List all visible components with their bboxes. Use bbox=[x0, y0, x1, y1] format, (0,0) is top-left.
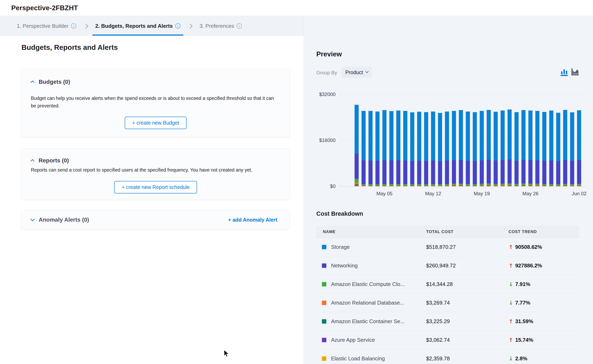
table-header-row: NAME TOTAL COST COST TREND bbox=[316, 226, 579, 238]
cost-trend-value: 90508.62% bbox=[515, 244, 542, 250]
bar-segment bbox=[514, 184, 519, 185]
bar-segment bbox=[424, 112, 428, 161]
group-by-select[interactable]: Product bbox=[342, 67, 372, 78]
collapse-anomaly-icon[interactable] bbox=[31, 218, 34, 221]
bar-segment bbox=[535, 186, 540, 186]
table-row[interactable]: Amazon Elastic Container Se...$3,225.29↑… bbox=[316, 312, 579, 331]
tab-1[interactable]: 1. Perspective Builderi bbox=[17, 23, 76, 29]
stacked-bar bbox=[403, 111, 407, 186]
column-header-total-cost: TOTAL COST bbox=[426, 229, 453, 234]
bar-segment bbox=[542, 186, 546, 186]
info-icon[interactable]: i bbox=[237, 23, 242, 29]
bar-segment bbox=[410, 161, 414, 184]
bar-segment bbox=[556, 161, 560, 184]
stacked-bar bbox=[570, 112, 574, 186]
bar-segment bbox=[452, 111, 456, 160]
info-icon[interactable]: i bbox=[175, 23, 180, 29]
stacked-bar bbox=[480, 111, 484, 186]
table-row[interactable]: Azure App Service$3,062.74↑15.74% bbox=[316, 331, 579, 349]
bar-segment bbox=[410, 112, 414, 161]
cost-breakdown-heading: Cost Breakdown bbox=[316, 210, 363, 217]
total-cost-value: $2,359.78 bbox=[426, 355, 450, 362]
bar-segment bbox=[563, 186, 567, 186]
tab-label: 3. Preferences bbox=[200, 23, 234, 29]
total-cost-value: $3,225.29 bbox=[426, 318, 450, 325]
bar-segment bbox=[368, 186, 373, 186]
bar-segment bbox=[473, 186, 477, 186]
bar-segment bbox=[396, 186, 400, 186]
bar-segment bbox=[361, 186, 366, 186]
bar-segment bbox=[431, 161, 435, 184]
bar-segment bbox=[452, 186, 456, 186]
stacked-bar bbox=[521, 110, 526, 186]
budgets-card: Budgets (0) Budget can help you receive … bbox=[21, 69, 290, 137]
total-cost-value: $3,062.74 bbox=[426, 337, 450, 343]
bar-segment bbox=[473, 112, 477, 161]
bar-segment bbox=[494, 112, 498, 161]
reports-card: Reports (0) Reports can send a cost repo… bbox=[21, 149, 290, 200]
stacked-bar bbox=[494, 112, 498, 186]
table-row[interactable]: Amazon Elastic Compute Clo...$14,344.28↓… bbox=[316, 275, 579, 293]
stacked-bar bbox=[375, 111, 380, 186]
add-anomaly-alert-link[interactable]: + add Anomaly Alert bbox=[228, 217, 277, 223]
product-name: Networking bbox=[331, 262, 358, 269]
trend-up-icon: ↑ bbox=[509, 262, 513, 269]
bar-segment bbox=[487, 183, 491, 185]
bar-segment bbox=[480, 111, 484, 160]
bar-segment bbox=[466, 186, 470, 186]
bar-segment bbox=[535, 184, 540, 185]
bar-segment bbox=[528, 184, 533, 185]
bar-segment bbox=[424, 186, 428, 186]
bar-segment bbox=[438, 186, 442, 186]
bar-segment bbox=[375, 161, 380, 184]
bar-segment bbox=[355, 179, 359, 183]
bar-segment bbox=[480, 184, 484, 185]
bar-segment bbox=[424, 161, 428, 184]
product-name: Amazon Elastic Compute Clo... bbox=[331, 281, 405, 287]
legend-color-swatch bbox=[321, 281, 327, 287]
collapse-reports-icon[interactable] bbox=[31, 159, 34, 162]
legend-color-swatch bbox=[321, 244, 327, 250]
tab-label: 2. Budgets, Reports and Alerts bbox=[95, 23, 173, 29]
cost-trend-value: 7.91% bbox=[515, 281, 530, 287]
bar-segment bbox=[535, 111, 540, 160]
bar-segment bbox=[514, 186, 519, 186]
bar-segment bbox=[487, 110, 491, 160]
stacked-bar bbox=[389, 111, 393, 187]
bar-segment bbox=[368, 111, 373, 161]
stacked-bar bbox=[473, 112, 477, 186]
bar-segment bbox=[382, 110, 386, 160]
tab-3[interactable]: 3. Preferencesi bbox=[200, 23, 242, 29]
reports-description: Reports can send a cost report to specif… bbox=[31, 166, 288, 174]
cost-breakdown-table: NAME TOTAL COST COST TREND Storage$518,8… bbox=[316, 226, 579, 364]
table-row[interactable]: Amazon Relational Database...$3,269.74↓7… bbox=[316, 293, 579, 312]
bar-segment bbox=[570, 112, 574, 161]
bar-chart-toggle[interactable] bbox=[560, 67, 568, 77]
bar-segment bbox=[459, 160, 463, 184]
cost-trend-value: 2.8% bbox=[515, 355, 527, 362]
table-row[interactable]: Storage$518,870.27↑90508.62% bbox=[316, 238, 579, 256]
stacked-bar bbox=[368, 111, 373, 186]
bar-segment bbox=[494, 161, 498, 184]
table-row[interactable]: Networking$260,949.72↑927886.2% bbox=[316, 256, 579, 275]
column-header-cost-trend: COST TREND bbox=[509, 229, 537, 234]
bar-segment bbox=[375, 111, 380, 161]
bar-segment bbox=[410, 186, 414, 186]
create-budget-button[interactable]: + create new Budget bbox=[125, 117, 187, 129]
stacked-bar bbox=[361, 111, 366, 186]
app-header: Perspective-2FBZHT bbox=[0, 0, 593, 16]
bar-segment bbox=[528, 160, 533, 184]
chevron-down-icon bbox=[365, 70, 369, 73]
tab-2[interactable]: 2. Budgets, Reports and Alertsi bbox=[95, 23, 180, 29]
bar-segment bbox=[466, 161, 470, 184]
bar-segment bbox=[570, 161, 574, 184]
legend-color-swatch bbox=[321, 263, 327, 268]
area-chart-toggle[interactable] bbox=[571, 67, 580, 77]
info-icon[interactable]: i bbox=[71, 23, 76, 29]
chart-plot bbox=[355, 94, 581, 186]
cost-trend-value: 7.77% bbox=[515, 300, 530, 306]
collapse-budgets-icon[interactable] bbox=[31, 80, 34, 84]
table-row[interactable]: Elastic Load Balancing$2,359.78↓2.8% bbox=[316, 349, 579, 364]
create-report-button[interactable]: + create new Report schedule bbox=[114, 181, 197, 194]
bar-segment bbox=[431, 111, 435, 161]
